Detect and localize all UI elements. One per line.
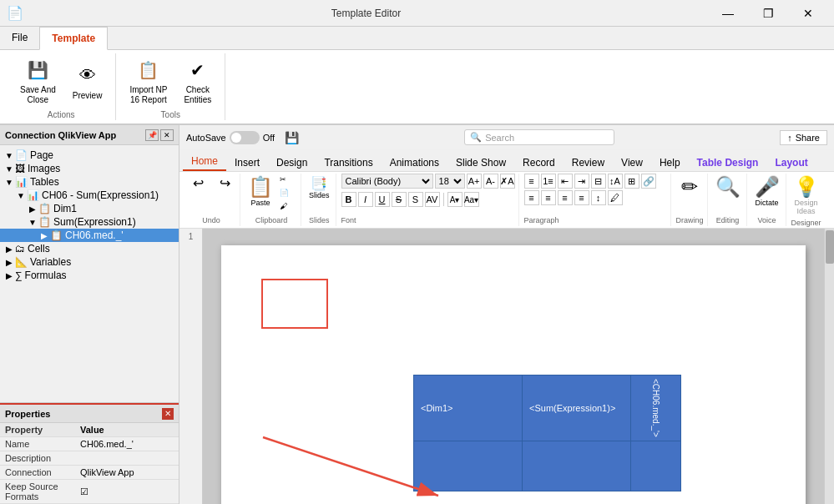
autosave-toggle[interactable] — [230, 131, 260, 144]
ppt-tab-animations[interactable]: Animations — [382, 154, 447, 171]
charspacing-button[interactable]: AV — [425, 192, 440, 207]
bold-button[interactable]: B — [341, 192, 356, 207]
ppt-tab-view[interactable]: View — [613, 154, 651, 171]
columns-button[interactable]: ⊟ — [591, 174, 606, 189]
undo-buttons: ↩ ↪ — [186, 174, 236, 193]
tree-item-variables[interactable]: ▶ 📐 Variables — [0, 255, 179, 269]
font-size-select[interactable]: 18 — [435, 174, 465, 189]
ppt-tab-insert[interactable]: Insert — [226, 154, 268, 171]
linespace-button[interactable]: ↕ — [591, 190, 606, 205]
editing-button[interactable]: 🔍 — [713, 174, 743, 200]
dictate-button[interactable]: 🎤 Dictate — [752, 174, 782, 209]
font-family-select[interactable]: Calibri (Body) — [341, 174, 433, 189]
tree-item-sum[interactable]: ▼ 📋 Sum(Expression1) — [0, 215, 179, 229]
ppt-tab-home[interactable]: Home — [183, 153, 226, 171]
expander-cells[interactable]: ▶ — [3, 244, 15, 254]
expander-page[interactable]: ▼ — [3, 151, 15, 160]
indent-button[interactable]: ⇥ — [574, 174, 589, 189]
tree-item-ch06[interactable]: ▼ 📊 CH06 - Sum(Expression1) — [0, 189, 179, 202]
clear-format-button[interactable]: ✗A — [500, 174, 515, 189]
decrease-font-button[interactable]: A- — [483, 174, 498, 189]
align-center-button[interactable]: ≡ — [541, 190, 556, 205]
shadow-button[interactable]: S — [408, 192, 423, 207]
ppt-tab-design[interactable]: Design — [268, 154, 316, 171]
bullets-button[interactable]: ≡ — [524, 174, 539, 189]
italic-button[interactable]: I — [358, 192, 373, 207]
ppt-tab-tabledesign[interactable]: Table Design — [689, 154, 767, 171]
expander-dim1[interactable]: ▶ — [27, 204, 38, 214]
expander-sum[interactable]: ▼ — [27, 218, 38, 227]
panel-header-controls: 📌 ✕ — [145, 129, 174, 141]
preview-button[interactable]: 👁 Preview — [66, 59, 109, 103]
strikethrough-button[interactable]: S — [392, 192, 407, 207]
panel-close-btn[interactable]: ✕ — [160, 129, 174, 141]
ppt-search-bar[interactable]: 🔍 Search — [464, 129, 614, 145]
tree-item-dim1[interactable]: ▶ 📋 Dim1 — [0, 202, 179, 215]
table-cell-ch06: <CH06.med._'> — [631, 375, 681, 441]
expander-images[interactable]: ▼ — [3, 164, 15, 174]
paste-button[interactable]: 📋 Paste — [245, 174, 275, 209]
cut-button[interactable]: ✂ — [277, 174, 297, 185]
tree-item-tables[interactable]: ▼ 📊 Tables — [0, 175, 179, 189]
expander-formulas[interactable]: ▶ — [3, 271, 15, 280]
redo-button[interactable]: ↪ — [213, 174, 236, 193]
textalign-button[interactable]: ⊞ — [624, 174, 639, 189]
align-left-button[interactable]: ≡ — [524, 190, 539, 205]
new-slide-button[interactable]: 📑 Slides — [306, 174, 332, 201]
format-painter-button[interactable]: 🖌 — [277, 200, 297, 212]
ppt-tab-slideshow[interactable]: Slide Show — [447, 154, 514, 171]
properties-close-button[interactable]: ✕ — [162, 408, 174, 420]
share-button[interactable]: ↑ Share — [780, 130, 827, 145]
tree-item-formulas[interactable]: ▶ ∑ Formulas — [0, 269, 179, 282]
drawing-button[interactable]: ✏ — [678, 174, 701, 200]
tree-item-images[interactable]: ▼ 🖼 Images — [0, 162, 179, 175]
tab-template[interactable]: Template — [39, 27, 108, 50]
smartart-button[interactable]: 🔗 — [641, 174, 656, 189]
table-cell-dim1: <Dim1> — [414, 375, 523, 441]
expander-tables[interactable]: ▼ — [3, 178, 15, 187]
highlight-button[interactable]: 🖊 — [608, 190, 623, 205]
ppt-tab-review[interactable]: Review — [564, 154, 613, 171]
check-entities-button[interactable]: ✔ CheckEntities — [177, 53, 218, 108]
tree-item-ch06med[interactable]: ▶ 📋 CH06.med._' — [0, 229, 179, 242]
panel-pin-button[interactable]: 📌 — [145, 129, 159, 141]
ppt-tab-layout[interactable]: Layout — [766, 154, 816, 171]
underline-button[interactable]: U — [375, 192, 390, 207]
expander-variables[interactable]: ▶ — [3, 258, 15, 267]
tree-item-cells[interactable]: ▶ 🗂 Cells — [0, 242, 179, 255]
minimize-button[interactable]: — — [709, 0, 747, 27]
import-np-button[interactable]: 📋 Import NP16 Report — [123, 53, 174, 108]
copy-button[interactable]: 📄 — [277, 187, 297, 199]
undo-button[interactable]: ↩ — [186, 174, 210, 193]
clipboard-section: 📋 Paste ✂ 📄 🖌 C — [242, 174, 301, 226]
tab-file[interactable]: File — [0, 26, 39, 49]
increase-font-button[interactable]: A+ — [467, 174, 482, 189]
design-ideas-button[interactable]: 💡 DesignIdeas — [791, 174, 821, 217]
slides-section: 📑 Slides Slides — [303, 174, 336, 226]
close-button[interactable]: ✕ — [789, 0, 827, 27]
expander-ch06med[interactable]: ▶ — [38, 231, 50, 240]
outdent-button[interactable]: ⇤ — [558, 174, 573, 189]
textdir-button[interactable]: ↕A — [608, 174, 623, 189]
ppt-tab-record[interactable]: Record — [514, 154, 564, 171]
maximize-button[interactable]: ❐ — [749, 0, 787, 27]
props-row-conn: Connection QlikView App — [0, 466, 179, 480]
ppt-tab-help[interactable]: Help — [651, 154, 689, 171]
cloud-save-icon[interactable]: 💾 — [285, 131, 299, 144]
textsize-button[interactable]: Aa▾ — [464, 192, 479, 207]
align-right-button[interactable]: ≡ — [558, 190, 573, 205]
slide-canvas-area[interactable]: <Dim1> <Sum(Expression1)> <CH06.med._'> — [203, 229, 824, 504]
slide-table[interactable]: <Dim1> <Sum(Expression1)> <CH06.med._'> — [413, 375, 681, 491]
expander-ch06[interactable]: ▼ — [15, 191, 27, 200]
preview-label: Preview — [73, 91, 103, 100]
numbering-button[interactable]: 1≡ — [541, 174, 556, 189]
fontcolor-button[interactable]: A▾ — [447, 192, 462, 207]
right-scrollbar[interactable] — [824, 229, 834, 504]
slide-table-container: <Dim1> <Sum(Expression1)> <CH06.med._'> — [413, 375, 681, 491]
ppt-tab-transitions[interactable]: Transitions — [316, 154, 381, 171]
justify-button[interactable]: ≡ — [574, 190, 589, 205]
scrollbar-thumb[interactable] — [826, 230, 834, 264]
save-close-button[interactable]: 💾 Save AndClose — [13, 53, 63, 108]
tree-item-page[interactable]: ▼ 📄 Page — [0, 149, 179, 162]
connection-panel-header: Connection QlikView App 📌 ✕ — [0, 125, 179, 145]
